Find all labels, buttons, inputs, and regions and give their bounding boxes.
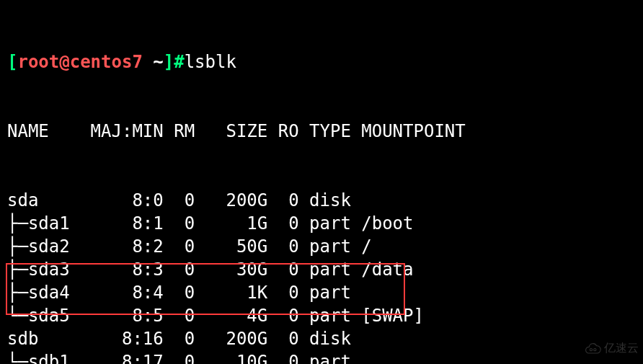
lsblk-row-sda3: ├─sda3 8:3 0 30G 0 part /data xyxy=(7,258,636,281)
prompt-open-bracket: [ xyxy=(7,52,17,72)
lsblk-row-sda1: ├─sda1 8:1 0 1G 0 part /boot xyxy=(7,212,636,235)
lsblk-row-sda4: ├─sda4 8:4 0 1K 0 part xyxy=(7,281,636,304)
prompt-cwd: ~ xyxy=(153,52,163,72)
lsblk-row-sdb: sdb 8:16 0 200G 0 disk xyxy=(7,327,636,350)
lsblk-rows: sda 8:0 0 200G 0 disk ├─sda1 8:1 0 1G 0 … xyxy=(7,189,636,364)
command-text: lsblk xyxy=(185,52,236,72)
lsblk-header: NAME MAJ:MIN RM SIZE RO TYPE MOUNTPOINT xyxy=(7,120,636,143)
prompt-space xyxy=(143,52,153,72)
prompt-line: [root@centos7 ~]#lsblk xyxy=(7,50,636,74)
lsblk-row-sda5: └─sda5 8:5 0 4G 0 part [SWAP] xyxy=(7,304,636,327)
lsblk-row-sdb1: └─sdb1 8:17 0 10G 0 part xyxy=(7,350,636,364)
prompt-close-bracket: ]# xyxy=(164,52,185,72)
terminal-output[interactable]: [root@centos7 ~]#lsblk NAME MAJ:MIN RM S… xyxy=(0,0,643,364)
prompt-user-host: root@centos7 xyxy=(17,52,142,72)
lsblk-row-sda2: ├─sda2 8:2 0 50G 0 part / xyxy=(7,235,636,258)
lsblk-row-sda: sda 8:0 0 200G 0 disk xyxy=(7,189,636,212)
